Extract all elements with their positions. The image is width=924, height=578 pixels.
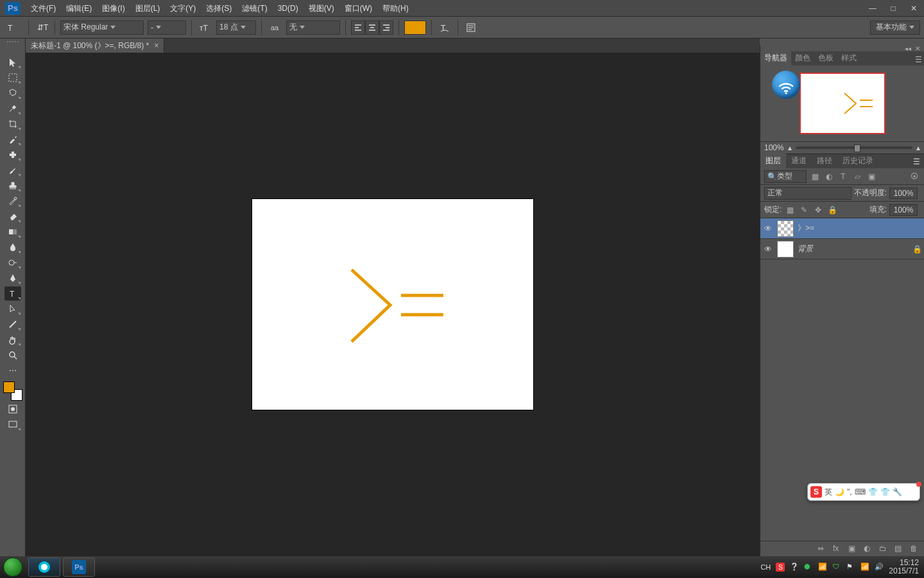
start-button[interactable] <box>0 556 26 578</box>
ime-person-icon[interactable]: 👕 <box>868 487 878 496</box>
menu-3d[interactable]: 3D(D) <box>273 0 304 17</box>
tray-wifi-icon[interactable]: 📶 <box>818 563 827 572</box>
layers-panel-menu-icon[interactable]: ☰ <box>909 155 924 168</box>
close-button[interactable]: ✕ <box>903 2 924 15</box>
warp-text-icon[interactable]: T <box>437 20 452 35</box>
tray-security-icon[interactable]: 🛡 <box>832 563 841 572</box>
dodge-tool[interactable] <box>4 256 21 270</box>
tab-channels[interactable]: 通道 <box>786 153 812 168</box>
tab-layers[interactable]: 图层 <box>760 153 786 168</box>
healing-tool[interactable] <box>4 148 21 162</box>
maximize-button[interactable]: □ <box>883 2 903 15</box>
font-style-dropdown[interactable]: - <box>148 21 186 35</box>
filter-smart-icon[interactable]: ▣ <box>866 171 877 182</box>
stamp-tool[interactable] <box>4 179 21 193</box>
new-layer-icon[interactable]: ▤ <box>894 544 905 554</box>
marquee-tool[interactable] <box>4 71 21 85</box>
fill-input[interactable]: 100% <box>889 204 918 216</box>
visibility-icon[interactable]: 👁 <box>763 244 773 254</box>
filter-shape-icon[interactable]: ▱ <box>851 171 863 182</box>
ime-toolbar[interactable]: S 英 🌙 ", ⌨ 👕 👕 🔧 <box>807 483 920 501</box>
zoom-out-icon[interactable]: ▴ <box>788 143 792 152</box>
filter-type-icon[interactable]: T <box>837 171 849 182</box>
tab-history[interactable]: 历史记录 <box>837 153 878 168</box>
menu-layer[interactable]: 图层(L) <box>130 0 166 17</box>
filter-adjust-icon[interactable]: ◐ <box>823 171 835 182</box>
filter-pixel-icon[interactable]: ▦ <box>809 171 821 182</box>
tray-clock[interactable]: 15:12 2015/7/1 <box>889 559 919 575</box>
canvas-area[interactable] <box>26 53 760 556</box>
panel-grip-icon[interactable] <box>0 39 25 45</box>
taskbar-browser-button[interactable] <box>28 557 60 577</box>
visibility-icon[interactable]: 👁 <box>763 223 773 234</box>
tab-paths[interactable]: 路径 <box>812 153 837 168</box>
ime-skin-icon[interactable]: 👕 <box>880 487 890 496</box>
eyedropper-tool[interactable] <box>4 132 21 146</box>
tray-network-icon[interactable]: 📶 <box>860 563 869 572</box>
tray-lang[interactable]: CH <box>760 563 771 571</box>
menu-window[interactable]: 窗口(W) <box>339 0 377 17</box>
tab-swatches[interactable]: 色板 <box>814 50 837 66</box>
tab-navigator[interactable]: 导航器 <box>760 50 791 66</box>
layer-group-icon[interactable]: 🗀 <box>879 544 889 554</box>
ime-wrench-icon[interactable]: 🔧 <box>893 487 902 496</box>
align-center-button[interactable] <box>365 21 379 35</box>
blend-mode-dropdown[interactable]: 正常 <box>764 187 851 200</box>
tray-help-icon[interactable]: ❔ <box>790 563 799 572</box>
document-tab-close-icon[interactable]: × <box>154 41 158 50</box>
layer-mask-icon[interactable]: ▣ <box>848 544 859 554</box>
text-orientation-icon[interactable]: ⇵T <box>34 20 49 35</box>
menu-filter[interactable]: 滤镜(T) <box>237 0 272 17</box>
history-brush-tool[interactable] <box>4 194 21 208</box>
character-panel-icon[interactable] <box>463 20 479 35</box>
layer-filter-dropdown[interactable]: 🔍 类型 <box>764 170 807 183</box>
menu-file[interactable]: 文件(F) <box>26 0 61 17</box>
lock-all-icon[interactable]: 🔒 <box>826 204 838 216</box>
collapse-panel-icon[interactable]: ◂◂ <box>905 45 911 52</box>
opacity-input[interactable]: 100% <box>889 188 918 199</box>
menu-help[interactable]: 帮助(H) <box>377 0 414 17</box>
zoom-tool[interactable] <box>4 348 21 362</box>
type-tool-icon[interactable]: T <box>4 20 19 35</box>
move-tool[interactable] <box>4 55 21 69</box>
layer-thumbnail[interactable] <box>777 241 794 258</box>
hand-tool[interactable] <box>4 333 21 347</box>
delete-layer-icon[interactable]: 🗑 <box>910 544 920 554</box>
ime-comma-icon[interactable]: ", <box>847 487 852 496</box>
ime-mode[interactable]: 英 <box>825 487 832 498</box>
gradient-tool[interactable] <box>4 225 21 239</box>
pen-tool[interactable] <box>4 271 21 285</box>
ime-keyboard-icon[interactable]: ⌨ <box>855 487 866 496</box>
layer-item[interactable]: 👁 》>= <box>760 218 924 239</box>
more-tools-icon[interactable]: ⋯ <box>4 363 21 378</box>
lock-position-icon[interactable]: ✥ <box>812 204 824 216</box>
tray-flag-icon[interactable]: ⚑ <box>846 563 855 572</box>
text-color-swatch[interactable] <box>404 21 426 35</box>
adjustment-layer-icon[interactable]: ◐ <box>864 544 874 554</box>
menu-select[interactable]: 选择(S) <box>201 0 237 17</box>
panel-menu-icon[interactable]: ☰ <box>912 54 924 66</box>
menu-edit[interactable]: 编辑(E) <box>61 0 97 17</box>
navigator-thumb[interactable] <box>800 73 886 134</box>
lock-pixels-icon[interactable]: ✎ <box>798 204 810 216</box>
align-right-button[interactable] <box>379 21 393 35</box>
tab-styles[interactable]: 样式 <box>837 50 860 66</box>
tray-volume-icon[interactable]: 🔊 <box>875 563 884 572</box>
document-tab[interactable]: 未标题-1 @ 100% (》>=, RGB/8) * × <box>26 39 164 53</box>
layer-item[interactable]: 👁 背景 🔒 <box>760 239 924 259</box>
blur-tool[interactable] <box>4 240 21 254</box>
tray-s-icon[interactable]: S <box>776 563 785 572</box>
anti-alias-dropdown[interactable]: 无 <box>286 21 340 35</box>
lock-transparency-icon[interactable]: ▦ <box>784 204 796 216</box>
magic-wand-tool[interactable] <box>4 101 21 116</box>
navigator-zoom-value[interactable]: 100% <box>764 143 784 152</box>
layer-thumbnail[interactable] <box>777 220 794 237</box>
foreground-color-swatch[interactable] <box>3 381 15 393</box>
color-swatches[interactable] <box>3 381 22 401</box>
menu-view[interactable]: 视图(V) <box>304 0 339 17</box>
canvas[interactable] <box>252 199 533 410</box>
menu-image[interactable]: 图像(I) <box>97 0 130 17</box>
tray-shield-icon[interactable]: ⬢ <box>804 563 813 572</box>
menu-type[interactable]: 文字(Y) <box>165 0 201 17</box>
workspace-dropdown[interactable]: 基本功能 <box>870 21 920 35</box>
